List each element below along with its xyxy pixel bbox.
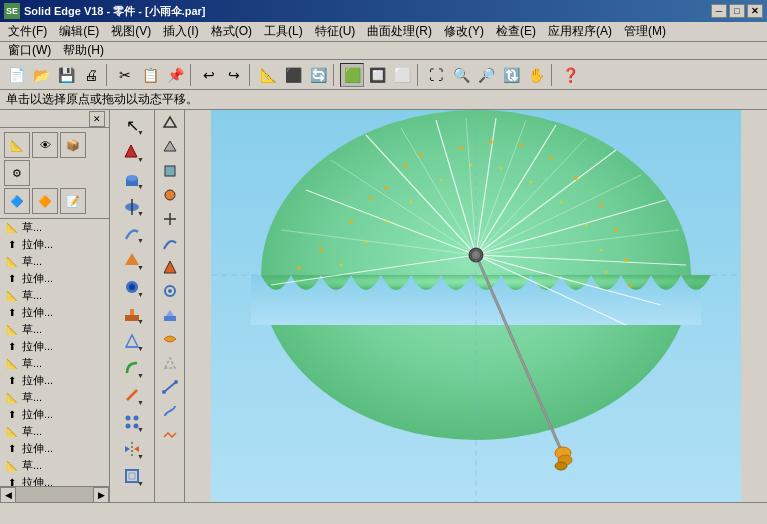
scroll-right-button[interactable]: ▶ [93, 487, 109, 503]
tool2-9[interactable] [159, 304, 181, 326]
tree-item[interactable]: 📐草... [0, 423, 109, 440]
tree-item[interactable]: ⬆拉伸... [0, 372, 109, 389]
tree-item[interactable]: ⬆拉伸... [0, 236, 109, 253]
tree-item[interactable]: 📐草... [0, 321, 109, 338]
tool2-11[interactable] [159, 352, 181, 374]
minimize-button[interactable]: ─ [711, 4, 727, 18]
tree-item[interactable]: 📐草... [0, 355, 109, 372]
tree-item[interactable]: ⬆拉伸... [0, 270, 109, 287]
tool2-5[interactable] [159, 208, 181, 230]
pan-button[interactable]: ✋ [524, 63, 548, 87]
draft-tool[interactable]: ▼ [118, 328, 146, 354]
zoom-in-button[interactable]: 🔍 [449, 63, 473, 87]
tool2-14[interactable] [159, 424, 181, 446]
tree-item[interactable]: 📐草... [0, 219, 109, 236]
revolve-button[interactable]: 🔄 [306, 63, 330, 87]
tool2-7[interactable] [159, 256, 181, 278]
settings-panel-icon[interactable]: ⚙ [4, 160, 30, 186]
left-scrollbar: ◀ ▶ [0, 486, 109, 502]
open-button[interactable]: 📂 [29, 63, 53, 87]
rotate-button[interactable]: 🔃 [499, 63, 523, 87]
save-button[interactable]: 💾 [54, 63, 78, 87]
tree-scroll[interactable]: 📐草...⬆拉伸...📐草...⬆拉伸...📐草...⬆拉伸...📐草...⬆拉… [0, 219, 109, 486]
panel-close-button[interactable]: ✕ [89, 111, 105, 127]
sweep-tool[interactable]: ▼ [118, 220, 146, 246]
cut-button[interactable]: ✂ [113, 63, 137, 87]
sketch-tool[interactable]: ▼ [118, 139, 146, 165]
copy-button[interactable]: 📋 [138, 63, 162, 87]
fit-button[interactable]: ⛶ [424, 63, 448, 87]
main-area: ✕ 📐 👁 📦 ⚙ 🔷 🔶 📝 📐草...⬆拉伸...📐草...⬆拉伸...📐草… [0, 110, 767, 502]
scroll-left-button[interactable]: ◀ [0, 487, 16, 503]
tool2-13[interactable] [159, 400, 181, 422]
menu-window[interactable]: 窗口(W) [2, 41, 57, 60]
viewport[interactable] [185, 110, 767, 502]
sketch-button[interactable]: 📐 [256, 63, 280, 87]
mirror-tool[interactable]: ▼ [118, 436, 146, 462]
maximize-button[interactable]: □ [729, 4, 745, 18]
redo-button[interactable]: ↪ [222, 63, 246, 87]
tree-item[interactable]: 📐草... [0, 253, 109, 270]
shaded-button[interactable]: 🟩 [340, 63, 364, 87]
tool2-8[interactable] [159, 280, 181, 302]
menu-feature[interactable]: 特征(U) [309, 21, 362, 42]
select-tool[interactable]: ↖▼ [118, 112, 146, 138]
loft-tool[interactable]: ▼ [118, 247, 146, 273]
paste-button[interactable]: 📌 [163, 63, 187, 87]
rib-tool[interactable]: ▼ [118, 301, 146, 327]
print-button[interactable]: 🖨 [79, 63, 103, 87]
fillet-tool[interactable]: ▼ [118, 355, 146, 381]
menu-modify[interactable]: 修改(Y) [438, 21, 490, 42]
close-button[interactable]: ✕ [747, 4, 763, 18]
shell-tool[interactable]: ▼ [118, 463, 146, 489]
wireframe-button[interactable]: 🔲 [365, 63, 389, 87]
tool2-1[interactable] [159, 112, 181, 134]
tree-item[interactable]: ⬆拉伸... [0, 474, 109, 486]
new-button[interactable]: 📄 [4, 63, 28, 87]
menu-app[interactable]: 应用程序(A) [542, 21, 618, 42]
tree-item[interactable]: ⬆拉伸... [0, 304, 109, 321]
tool2-2[interactable] [159, 136, 181, 158]
menu-surface[interactable]: 曲面处理(R) [361, 21, 438, 42]
tool2-12[interactable] [159, 376, 181, 398]
revolve-tool[interactable]: ▼ [118, 193, 146, 219]
menu-insert[interactable]: 插入(I) [157, 21, 204, 42]
menu-view[interactable]: 视图(V) [105, 21, 157, 42]
sketch-panel-icon[interactable]: 📐 [4, 132, 30, 158]
tool2-6[interactable] [159, 232, 181, 254]
menu-tools[interactable]: 工具(L) [258, 21, 309, 42]
surface-panel-icon[interactable]: 📦 [60, 132, 86, 158]
chamfer-tool[interactable]: ▼ [118, 382, 146, 408]
menu-manage[interactable]: 管理(M) [618, 21, 672, 42]
tree-item[interactable]: ⬆拉伸... [0, 338, 109, 355]
undo-button[interactable]: ↩ [197, 63, 221, 87]
draw-panel-icon[interactable]: 📝 [60, 188, 86, 214]
scroll-track[interactable] [16, 487, 93, 502]
hole-tool[interactable]: ▼ [118, 274, 146, 300]
part-panel-icon[interactable]: 🔷 [4, 188, 30, 214]
menu-file[interactable]: 文件(F) [2, 21, 53, 42]
window-controls[interactable]: ─ □ ✕ [711, 4, 763, 18]
tool2-3[interactable] [159, 160, 181, 182]
menu-inspect[interactable]: 检查(E) [490, 21, 542, 42]
zoom-out-button[interactable]: 🔎 [474, 63, 498, 87]
pattern-tool[interactable]: ▼ [118, 409, 146, 435]
feature-panel-icon[interactable]: 👁 [32, 132, 58, 158]
tool2-10[interactable] [159, 328, 181, 350]
asm-panel-icon[interactable]: 🔶 [32, 188, 58, 214]
extrude-tool[interactable]: ▼ [118, 166, 146, 192]
tree-item[interactable]: ⬆拉伸... [0, 406, 109, 423]
hidden-line-button[interactable]: ⬜ [390, 63, 414, 87]
tree-item[interactable]: ⬆拉伸... [0, 440, 109, 457]
menu-help[interactable]: 帮助(H) [57, 41, 110, 60]
extrude-button[interactable]: ⬛ [281, 63, 305, 87]
menu-format[interactable]: 格式(O) [205, 21, 258, 42]
tree-item[interactable]: 📐草... [0, 389, 109, 406]
help-button[interactable]: ❓ [558, 63, 582, 87]
tree-item[interactable]: 📐草... [0, 457, 109, 474]
menu-edit[interactable]: 编辑(E) [53, 21, 105, 42]
tree-item[interactable]: 📐草... [0, 287, 109, 304]
tool2-4[interactable] [159, 184, 181, 206]
svg-point-51 [384, 186, 388, 190]
separator-3 [249, 64, 253, 86]
